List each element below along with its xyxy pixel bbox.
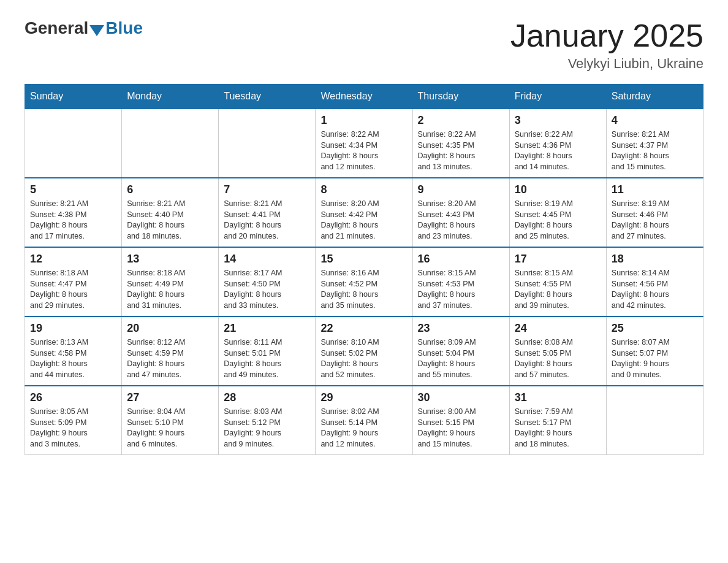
- calendar-cell: 10Sunrise: 8:19 AM Sunset: 4:45 PM Dayli…: [509, 178, 606, 247]
- day-info: Sunrise: 8:03 AM Sunset: 5:12 PM Dayligh…: [224, 407, 310, 450]
- day-info: Sunrise: 8:20 AM Sunset: 4:43 PM Dayligh…: [418, 199, 504, 242]
- day-info: Sunrise: 8:21 AM Sunset: 4:41 PM Dayligh…: [224, 199, 310, 242]
- day-info: Sunrise: 8:19 AM Sunset: 4:46 PM Dayligh…: [612, 199, 698, 242]
- week-row-2: 5Sunrise: 8:21 AM Sunset: 4:38 PM Daylig…: [25, 178, 703, 247]
- calendar-cell: 22Sunrise: 8:10 AM Sunset: 5:02 PM Dayli…: [316, 316, 412, 386]
- day-info: Sunrise: 8:10 AM Sunset: 5:02 PM Dayligh…: [320, 337, 407, 380]
- day-info: Sunrise: 8:02 AM Sunset: 5:14 PM Dayligh…: [320, 407, 407, 450]
- calendar-cell: 8Sunrise: 8:20 AM Sunset: 4:42 PM Daylig…: [316, 178, 412, 247]
- day-info: Sunrise: 8:22 AM Sunset: 4:34 PM Dayligh…: [320, 129, 407, 172]
- day-number: 9: [418, 183, 504, 196]
- day-number: 19: [30, 322, 116, 335]
- calendar-cell: 1Sunrise: 8:22 AM Sunset: 4:34 PM Daylig…: [316, 109, 412, 178]
- day-info: Sunrise: 8:20 AM Sunset: 4:42 PM Dayligh…: [320, 199, 407, 242]
- day-info: Sunrise: 8:19 AM Sunset: 4:45 PM Dayligh…: [515, 199, 601, 242]
- day-info: Sunrise: 8:21 AM Sunset: 4:38 PM Dayligh…: [30, 199, 116, 242]
- day-number: 2: [418, 114, 504, 127]
- day-info: Sunrise: 8:05 AM Sunset: 5:09 PM Dayligh…: [30, 407, 116, 450]
- week-row-5: 26Sunrise: 8:05 AM Sunset: 5:09 PM Dayli…: [25, 386, 703, 455]
- logo-blue-text: Blue: [105, 18, 143, 38]
- col-monday: Monday: [122, 85, 219, 109]
- day-info: Sunrise: 8:22 AM Sunset: 4:35 PM Dayligh…: [418, 129, 504, 172]
- calendar-cell: 24Sunrise: 8:08 AM Sunset: 5:05 PM Dayli…: [509, 316, 606, 386]
- day-info: Sunrise: 8:22 AM Sunset: 4:36 PM Dayligh…: [515, 129, 601, 172]
- day-info: Sunrise: 8:15 AM Sunset: 4:55 PM Dayligh…: [515, 268, 601, 311]
- day-number: 14: [224, 253, 310, 266]
- col-sunday: Sunday: [25, 85, 122, 109]
- week-row-4: 19Sunrise: 8:13 AM Sunset: 4:58 PM Dayli…: [25, 316, 703, 386]
- calendar-cell: 4Sunrise: 8:21 AM Sunset: 4:37 PM Daylig…: [606, 109, 703, 178]
- calendar-cell: 14Sunrise: 8:17 AM Sunset: 4:50 PM Dayli…: [219, 247, 316, 316]
- day-number: 24: [515, 322, 601, 335]
- calendar-cell: 27Sunrise: 8:04 AM Sunset: 5:10 PM Dayli…: [122, 386, 219, 455]
- day-number: 13: [127, 253, 213, 266]
- calendar-cell: 13Sunrise: 8:18 AM Sunset: 4:49 PM Dayli…: [122, 247, 219, 316]
- day-info: Sunrise: 8:00 AM Sunset: 5:15 PM Dayligh…: [418, 407, 504, 450]
- week-row-3: 12Sunrise: 8:18 AM Sunset: 4:47 PM Dayli…: [25, 247, 703, 316]
- day-number: 22: [320, 322, 407, 335]
- calendar-cell: [25, 109, 122, 178]
- day-number: 12: [30, 253, 116, 266]
- calendar-cell: 26Sunrise: 8:05 AM Sunset: 5:09 PM Dayli…: [25, 386, 122, 455]
- day-info: Sunrise: 8:09 AM Sunset: 5:04 PM Dayligh…: [418, 337, 504, 380]
- calendar-cell: 23Sunrise: 8:09 AM Sunset: 5:04 PM Dayli…: [412, 316, 509, 386]
- day-number: 25: [612, 322, 698, 335]
- day-info: Sunrise: 8:18 AM Sunset: 4:49 PM Dayligh…: [127, 268, 213, 311]
- day-number: 20: [127, 322, 213, 335]
- day-info: Sunrise: 8:04 AM Sunset: 5:10 PM Dayligh…: [127, 407, 213, 450]
- day-number: 27: [127, 391, 213, 404]
- day-info: Sunrise: 8:12 AM Sunset: 4:59 PM Dayligh…: [127, 337, 213, 380]
- day-number: 4: [612, 114, 698, 127]
- day-number: 28: [224, 391, 310, 404]
- week-row-1: 1Sunrise: 8:22 AM Sunset: 4:34 PM Daylig…: [25, 109, 703, 178]
- page-header: General Blue January 2025 Velykyi Liubin…: [25, 18, 703, 72]
- day-number: 21: [224, 322, 310, 335]
- day-number: 5: [30, 183, 116, 196]
- day-number: 7: [224, 183, 310, 196]
- day-number: 6: [127, 183, 213, 196]
- day-number: 17: [515, 253, 601, 266]
- day-number: 16: [418, 253, 504, 266]
- day-info: Sunrise: 8:07 AM Sunset: 5:07 PM Dayligh…: [612, 337, 698, 380]
- calendar-cell: 3Sunrise: 8:22 AM Sunset: 4:36 PM Daylig…: [509, 109, 606, 178]
- calendar-cell: 19Sunrise: 8:13 AM Sunset: 4:58 PM Dayli…: [25, 316, 122, 386]
- calendar-cell: 29Sunrise: 8:02 AM Sunset: 5:14 PM Dayli…: [316, 386, 412, 455]
- calendar-cell: 17Sunrise: 8:15 AM Sunset: 4:55 PM Dayli…: [509, 247, 606, 316]
- col-thursday: Thursday: [412, 85, 509, 109]
- day-number: 23: [418, 322, 504, 335]
- calendar-cell: 18Sunrise: 8:14 AM Sunset: 4:56 PM Dayli…: [606, 247, 703, 316]
- calendar-cell: [606, 386, 703, 455]
- logo: General Blue: [25, 18, 143, 38]
- calendar-location: Velykyi Liubin, Ukraine: [510, 56, 703, 72]
- calendar-cell: 5Sunrise: 8:21 AM Sunset: 4:38 PM Daylig…: [25, 178, 122, 247]
- day-number: 31: [515, 391, 601, 404]
- day-number: 8: [320, 183, 407, 196]
- col-friday: Friday: [509, 85, 606, 109]
- calendar-cell: 9Sunrise: 8:20 AM Sunset: 4:43 PM Daylig…: [412, 178, 509, 247]
- col-saturday: Saturday: [606, 85, 703, 109]
- calendar-cell: 25Sunrise: 8:07 AM Sunset: 5:07 PM Dayli…: [606, 316, 703, 386]
- day-number: 15: [320, 253, 407, 266]
- calendar-cell: [219, 109, 316, 178]
- day-info: Sunrise: 8:15 AM Sunset: 4:53 PM Dayligh…: [418, 268, 504, 311]
- calendar-cell: [122, 109, 219, 178]
- calendar-cell: 16Sunrise: 8:15 AM Sunset: 4:53 PM Dayli…: [412, 247, 509, 316]
- day-number: 18: [612, 253, 698, 266]
- day-number: 3: [515, 114, 601, 127]
- calendar-cell: 21Sunrise: 8:11 AM Sunset: 5:01 PM Dayli…: [219, 316, 316, 386]
- calendar-title: January 2025: [510, 18, 703, 53]
- col-tuesday: Tuesday: [219, 85, 316, 109]
- day-number: 11: [612, 183, 698, 196]
- day-info: Sunrise: 8:11 AM Sunset: 5:01 PM Dayligh…: [224, 337, 310, 380]
- day-number: 26: [30, 391, 116, 404]
- calendar-cell: 30Sunrise: 8:00 AM Sunset: 5:15 PM Dayli…: [412, 386, 509, 455]
- calendar-header-row: Sunday Monday Tuesday Wednesday Thursday…: [25, 85, 703, 109]
- calendar-cell: 28Sunrise: 8:03 AM Sunset: 5:12 PM Dayli…: [219, 386, 316, 455]
- calendar-cell: 7Sunrise: 8:21 AM Sunset: 4:41 PM Daylig…: [219, 178, 316, 247]
- calendar-cell: 20Sunrise: 8:12 AM Sunset: 4:59 PM Dayli…: [122, 316, 219, 386]
- day-number: 29: [320, 391, 407, 404]
- calendar-cell: 31Sunrise: 7:59 AM Sunset: 5:17 PM Dayli…: [509, 386, 606, 455]
- col-wednesday: Wednesday: [316, 85, 412, 109]
- day-info: Sunrise: 8:14 AM Sunset: 4:56 PM Dayligh…: [612, 268, 698, 311]
- calendar-table: Sunday Monday Tuesday Wednesday Thursday…: [25, 84, 703, 455]
